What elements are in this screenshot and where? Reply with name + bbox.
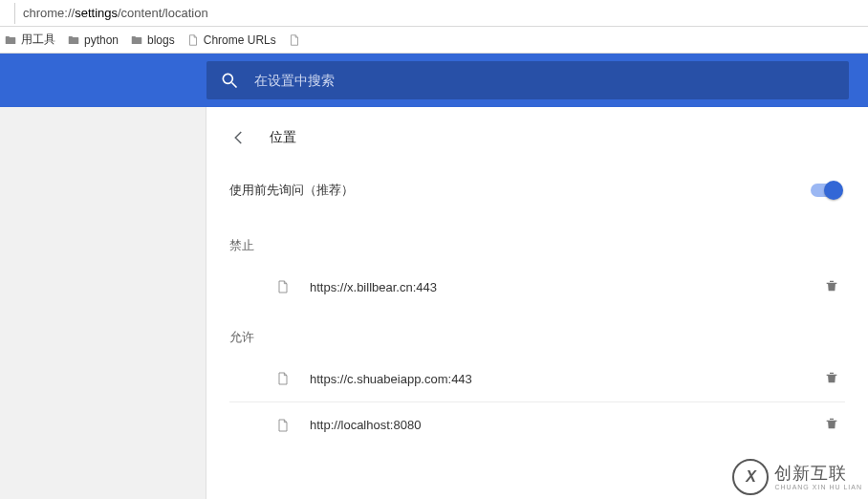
doc-icon — [186, 33, 200, 47]
watermark: X 创新互联 CHUANG XIN HU LIAN — [732, 459, 862, 495]
bookmark-item[interactable]: 用工具 — [4, 32, 55, 48]
address-bar-left-edge — [6, 3, 15, 24]
watermark-small: CHUANG XIN HU LIAN — [774, 484, 862, 490]
main-area: 位置 使用前先询问（推荐） 禁止 https://x.billbear.cn:4… — [0, 107, 868, 499]
back-button[interactable] — [229, 128, 249, 147]
trash-icon — [824, 370, 839, 385]
trash-icon — [824, 278, 839, 293]
search-icon — [220, 71, 239, 90]
site-icon — [275, 279, 291, 294]
site-url: https://x.billbear.cn:443 — [310, 280, 437, 294]
site-url: http://localhost:8080 — [310, 418, 421, 432]
watermark-logo: X — [732, 459, 769, 495]
bookmark-label: Chrome URLs — [204, 33, 276, 47]
site-row[interactable]: https://x.billbear.cn:443 — [229, 264, 845, 310]
ask-before-toggle[interactable] — [811, 184, 841, 197]
bookmark-item[interactable]: python — [67, 33, 119, 47]
folder-icon — [4, 33, 17, 47]
delete-site-button[interactable] — [824, 416, 839, 434]
block-list: https://x.billbear.cn:443 — [229, 264, 845, 310]
bookmark-label: blogs — [147, 33, 175, 47]
bookmark-item[interactable]: Chrome URLs — [186, 33, 276, 47]
site-icon — [275, 418, 291, 433]
back-arrow-icon — [230, 129, 248, 146]
bookmark-item[interactable] — [288, 33, 305, 47]
bookmark-item[interactable]: blogs — [130, 33, 175, 47]
site-row[interactable]: https://c.shuabeiapp.com:443 — [229, 356, 845, 401]
settings-sidebar — [0, 107, 206, 499]
page-title: 位置 — [270, 129, 296, 146]
toggle-label: 使用前先询问（推荐） — [229, 182, 354, 199]
bookmark-label: python — [84, 33, 119, 47]
address-url: chrome://settings/content/location — [23, 6, 208, 20]
content-pane: 位置 使用前先询问（推荐） 禁止 https://x.billbear.cn:4… — [206, 107, 868, 499]
folder-icon — [67, 33, 80, 47]
block-section-label: 禁止 — [229, 237, 845, 254]
delete-site-button[interactable] — [824, 278, 839, 296]
address-bar[interactable]: chrome://settings/content/location — [0, 0, 868, 27]
ask-before-toggle-row: 使用前先询问（推荐） — [229, 182, 845, 199]
folder-icon — [130, 33, 143, 47]
trash-icon — [824, 416, 839, 431]
bookmark-label: 用工具 — [21, 32, 55, 48]
allow-section-label: 允许 — [229, 329, 845, 346]
search-box[interactable] — [206, 61, 849, 99]
title-row: 位置 — [229, 128, 845, 147]
watermark-text: 创新互联 CHUANG XIN HU LIAN — [774, 465, 862, 490]
site-icon — [275, 371, 291, 386]
site-row[interactable]: http://localhost:8080 — [229, 401, 845, 447]
watermark-big: 创新互联 — [774, 465, 862, 482]
delete-site-button[interactable] — [824, 370, 839, 388]
search-input[interactable] — [254, 73, 835, 88]
allow-list: https://c.shuabeiapp.com:443 http://loca… — [229, 356, 845, 447]
settings-header — [0, 54, 868, 107]
bookmarks-bar: 用工具 python blogs Chrome URLs — [0, 27, 868, 54]
site-url: https://c.shuabeiapp.com:443 — [310, 372, 472, 386]
doc-icon — [288, 33, 301, 47]
